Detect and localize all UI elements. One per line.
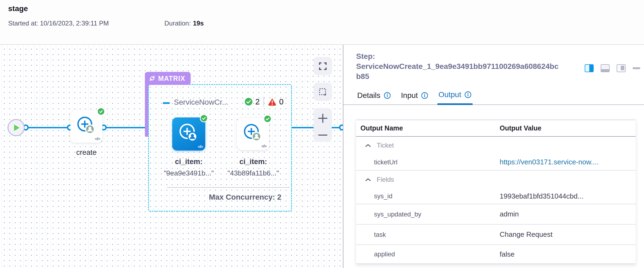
output-table: Output Name Output Value Ticket ticketUr… bbox=[356, 120, 636, 264]
matrix-step-2-key: ci_item: bbox=[239, 158, 267, 166]
minimize-panel-button[interactable] bbox=[633, 67, 640, 69]
table-row: task Change Request bbox=[356, 225, 636, 245]
success-check-icon bbox=[245, 98, 253, 106]
fit-to-screen-button[interactable] bbox=[314, 57, 332, 75]
edge-connector-dot bbox=[339, 125, 343, 130]
table-row: sys_id 1993ebaf1bfd351044cbd... bbox=[356, 189, 636, 204]
output-value: admin bbox=[500, 210, 519, 218]
panel-layout-controls bbox=[585, 64, 640, 72]
matrix-step-name[interactable]: ServiceNowCr... bbox=[174, 98, 228, 107]
output-name: sys_updated_by bbox=[356, 210, 500, 218]
tab-output[interactable]: Output bbox=[437, 90, 473, 105]
ticket-url-link[interactable]: https://ven03171.service-now.... bbox=[500, 158, 599, 166]
chevron-up-icon bbox=[365, 178, 371, 181]
play-icon bbox=[14, 125, 19, 131]
output-table-header: Output Name Output Value bbox=[356, 120, 636, 137]
output-value: 1993ebaf1bfd351044cbd... bbox=[500, 192, 583, 200]
step-heading: Step: ServiceNowCreate_1_9ea9e3491bb9711… bbox=[356, 51, 573, 81]
matrix-status-summary[interactable]: 2 0 bbox=[245, 97, 284, 107]
failed-count: 0 bbox=[279, 97, 284, 106]
column-output-value: Output Value bbox=[500, 124, 541, 132]
output-name: task bbox=[356, 231, 500, 238]
output-name: applied bbox=[356, 250, 500, 258]
status-separator bbox=[264, 97, 264, 107]
marquee-select-button[interactable] bbox=[314, 83, 332, 101]
output-value: Change Request bbox=[500, 230, 552, 239]
matrix-divider bbox=[167, 187, 290, 188]
bottom-panel-layout-button[interactable] bbox=[601, 64, 610, 72]
edge-create-to-matrix bbox=[103, 127, 146, 128]
max-concurrency-label: Max Concurrency: 2 bbox=[209, 193, 281, 202]
table-row: sys_updated_by admin bbox=[356, 204, 636, 225]
servicenow-create-icon bbox=[76, 115, 95, 136]
step-node-create[interactable]: </> bbox=[70, 111, 102, 143]
output-name: ticketUrl bbox=[356, 158, 500, 166]
code-tag: </> bbox=[95, 136, 100, 141]
right-panel-layout-button[interactable] bbox=[585, 64, 594, 72]
zoom-out-button[interactable] bbox=[318, 134, 327, 136]
floating-panel-layout-button[interactable] bbox=[617, 64, 626, 72]
panel-tabs: Details Input Output bbox=[343, 90, 644, 105]
matrix-step-1-value: "9ea9e3491b..." bbox=[164, 169, 214, 177]
servicenow-create-icon bbox=[242, 122, 262, 143]
matrix-step-1-key: ci_item: bbox=[175, 158, 203, 166]
success-check-icon bbox=[97, 107, 105, 116]
output-value: false bbox=[500, 250, 515, 259]
duration-text: Duration:19s bbox=[164, 20, 204, 27]
code-tag: </> bbox=[198, 144, 203, 149]
chevron-up-icon bbox=[365, 144, 371, 147]
stage-start-node[interactable] bbox=[8, 119, 25, 136]
collapse-matrix-button[interactable] bbox=[163, 102, 170, 104]
matrix-badge[interactable]: MATRIX bbox=[145, 72, 191, 85]
fullscreen-icon bbox=[319, 62, 327, 70]
tab-input[interactable]: Input bbox=[400, 90, 429, 105]
zoom-controls bbox=[314, 108, 332, 142]
step-details-panel: Step: ServiceNowCreate_1_9ea9e3491bb9711… bbox=[343, 45, 644, 268]
matrix-step-node-1[interactable]: </> bbox=[172, 117, 205, 151]
success-check-icon bbox=[200, 114, 208, 122]
success-count: 2 bbox=[255, 97, 260, 106]
edge-start-to-create bbox=[24, 127, 71, 128]
warning-triangle-icon bbox=[268, 98, 277, 106]
table-row: ticketUrl https://ven03171.service-now..… bbox=[356, 154, 636, 171]
info-icon bbox=[464, 91, 471, 98]
servicenow-create-icon bbox=[178, 122, 198, 143]
matrix-step-node-2[interactable]: </> bbox=[237, 118, 269, 150]
zoom-in-button[interactable] bbox=[318, 114, 327, 123]
tab-details[interactable]: Details bbox=[356, 90, 392, 105]
step-label-create: create bbox=[76, 148, 96, 157]
table-row: applied false bbox=[356, 245, 636, 264]
pipeline-execution-view: stage Started at: 10/16/2023, 2:39:11 PM… bbox=[0, 0, 644, 268]
stage-header: stage Started at: 10/16/2023, 2:39:11 PM… bbox=[0, 0, 644, 45]
info-icon bbox=[421, 92, 428, 99]
marquee-selection-icon bbox=[319, 88, 327, 96]
group-row-ticket[interactable]: Ticket bbox=[356, 137, 636, 154]
started-at-text: Started at: 10/16/2023, 2:39:11 PM bbox=[8, 20, 109, 27]
pipeline-canvas[interactable]: </> create MATRIX ServiceNowCr... bbox=[0, 45, 343, 268]
matrix-badge-label: MATRIX bbox=[158, 75, 185, 82]
code-tag: </> bbox=[261, 144, 266, 148]
matrix-step-2-value: "43b89fa11b6..." bbox=[227, 169, 279, 177]
column-output-name: Output Name bbox=[356, 124, 500, 132]
success-check-icon bbox=[264, 115, 272, 123]
loop-icon bbox=[149, 75, 156, 82]
group-row-fields[interactable]: Fields bbox=[356, 171, 636, 189]
page-title: stage bbox=[8, 4, 28, 13]
output-name: sys_id bbox=[356, 192, 500, 200]
info-icon bbox=[384, 92, 391, 99]
matrix-group-box: ServiceNowCr... 2 0 bbox=[148, 84, 292, 212]
